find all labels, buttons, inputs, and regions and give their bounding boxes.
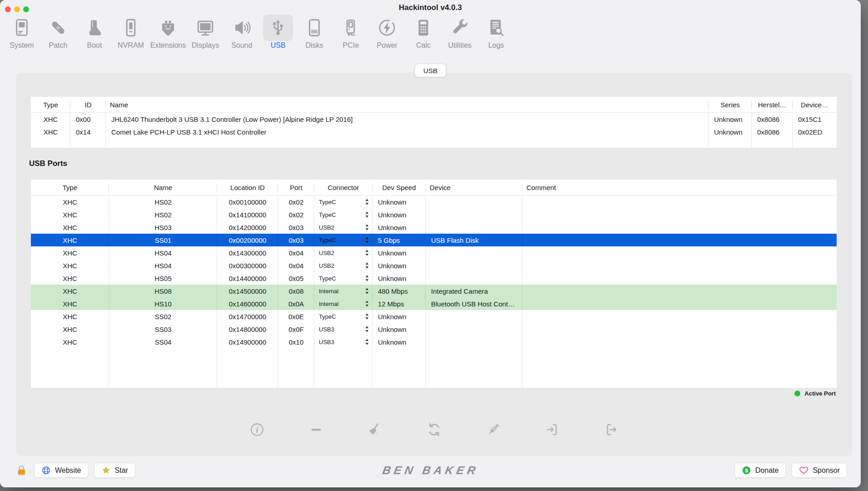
column-header[interactable]: Device…	[793, 97, 837, 112]
clean-button[interactable]	[367, 422, 383, 438]
toolbar-item-boot[interactable]: Boot	[76, 14, 113, 50]
table-cell: 0x02	[278, 208, 314, 221]
column-header[interactable]: Location ID	[217, 180, 278, 195]
footer-bar: Website Star BEN BAKER $ Donate Sponsor	[0, 456, 861, 487]
connector-popup[interactable]: USB2	[314, 246, 372, 259]
usb-port-row[interactable]: XHCHS100x146000000x0AInternal12 MbpsBlue…	[31, 297, 837, 310]
table-cell	[426, 336, 522, 348]
toolbar-item-label: Disks	[306, 41, 323, 50]
toolbar-item-power[interactable]: Power	[369, 14, 405, 50]
usb-port-row[interactable]: XHCHS020x141000000x02TypeCUnknown	[31, 208, 837, 221]
table-cell: 0x05	[278, 272, 314, 285]
connector-popup[interactable]: TypeC	[314, 208, 372, 221]
utilities-icon	[445, 15, 475, 41]
table-cell: 0x00200000	[217, 234, 278, 246]
column-header[interactable]: Name	[106, 97, 709, 112]
toolbar-item-logs[interactable]: Logs	[478, 14, 514, 50]
column-header[interactable]: Series	[709, 97, 752, 112]
heart-icon	[799, 466, 808, 475]
inject-button[interactable]	[485, 422, 501, 438]
usb-port-row[interactable]: XHCHS030x142000000x03USB2Unknown	[31, 221, 837, 234]
column-divider	[522, 195, 522, 388]
connector-popup[interactable]: Internal	[314, 285, 372, 297]
table-cell	[426, 195, 522, 208]
toolbar-item-pcie[interactable]: PCIe	[332, 14, 369, 50]
donate-button-label: Donate	[755, 466, 779, 475]
toolbar-item-extensions[interactable]: Extensions	[149, 14, 187, 50]
website-button[interactable]: Website	[34, 463, 89, 478]
column-header[interactable]: Device	[426, 180, 522, 195]
connector-popup[interactable]: USB2	[314, 259, 372, 272]
table-cell	[426, 208, 522, 221]
table-cell: XHC	[31, 310, 109, 323]
table-cell: 0x14600000	[217, 297, 278, 310]
table-cell: 0x02ED	[793, 125, 837, 138]
import-button[interactable]	[544, 422, 560, 438]
remove-button[interactable]	[308, 422, 324, 438]
usb-port-row[interactable]: XHCSS030x148000000x0FUSB3Unknown	[31, 323, 837, 336]
toolbar-item-nvram[interactable]: NVRAM	[113, 14, 149, 50]
controller-row[interactable]: XHC0x14Comet Lake PCH-LP USB 3.1 xHCI Ho…	[31, 125, 837, 138]
column-header[interactable]: Name	[109, 180, 217, 195]
column-header[interactable]: Type	[31, 180, 109, 195]
table-cell	[522, 208, 837, 221]
usb-port-row[interactable]: XHCSS020x147000000x0ETypeCUnknown	[31, 310, 837, 323]
usb-port-row[interactable]: XHCSS010x002000000x03TypeC5 GbpsUSB Flas…	[31, 234, 837, 246]
toolbar-item-label: Extensions	[150, 41, 186, 50]
donate-button[interactable]: $ Donate	[734, 463, 786, 478]
column-header[interactable]: Comment	[522, 180, 837, 195]
usb-port-row[interactable]: XHCHS040x143000000x04USB2Unknown	[31, 246, 837, 259]
connector-popup[interactable]: TypeC	[314, 234, 372, 246]
connector-popup[interactable]: TypeC	[314, 272, 372, 285]
table-cell: XHC	[31, 323, 109, 336]
column-header[interactable]: Dev Speed	[372, 180, 426, 195]
toolbar-item-usb[interactable]: USB	[260, 14, 296, 50]
column-header[interactable]: Connector	[314, 180, 372, 195]
connector-popup[interactable]: USB3	[314, 323, 372, 336]
column-header[interactable]: Herstel…	[752, 97, 793, 112]
toolbar-item-patch[interactable]: Patch	[40, 14, 76, 50]
table-cell: Bluetooth USB Host Cont…	[426, 297, 522, 310]
info-button[interactable]: i	[249, 422, 265, 438]
export-button[interactable]	[603, 422, 620, 438]
column-header[interactable]: Port	[278, 180, 314, 195]
titlebar[interactable]: Hackintool v4.0.3	[0, 0, 861, 15]
table-cell: 5 Gbps	[372, 234, 426, 246]
table-cell: XHC	[31, 297, 109, 310]
tab-usb[interactable]: USB	[414, 64, 446, 77]
connector-popup[interactable]: Internal	[314, 297, 372, 310]
table-cell: XHC	[31, 336, 109, 348]
table-cell: 0x14100000	[217, 208, 278, 221]
lock-icon[interactable]	[15, 464, 28, 476]
table-cell: 0x04	[278, 259, 314, 272]
table-cell: Unknown	[372, 323, 426, 336]
connector-popup[interactable]: TypeC	[314, 195, 372, 208]
toolbar-item-utilities[interactable]: Utilities	[441, 14, 478, 50]
toolbar-item-calc[interactable]: Calc	[405, 14, 441, 50]
globe-icon	[41, 466, 51, 475]
toolbar-item-system[interactable]: System	[4, 14, 40, 50]
usb-port-row[interactable]: XHCHS080x145000000x08Internal480 MbpsInt…	[31, 285, 837, 297]
star-button[interactable]: Star	[94, 463, 135, 478]
connector-popup[interactable]: TypeC	[314, 310, 372, 323]
ben-baker-logo: BEN BAKER	[381, 464, 480, 477]
column-header[interactable]: ID	[70, 97, 106, 112]
toolbar-item-displays[interactable]: Displays	[187, 14, 223, 50]
toolbar-item-sound[interactable]: Sound	[223, 14, 260, 50]
toolbar-item-label: System	[10, 41, 34, 50]
usb-port-row[interactable]: XHCHS050x144000000x05TypeCUnknown	[31, 272, 837, 285]
usb-port-row[interactable]: XHCHS040x003000000x04USB2Unknown	[31, 259, 837, 272]
connector-popup[interactable]: USB3	[314, 336, 372, 348]
column-header[interactable]: Type	[31, 97, 70, 112]
usb-port-row[interactable]: XHCSS040x149000000x10USB3Unknown	[31, 336, 837, 348]
toolbar-item-label: Patch	[49, 41, 68, 50]
sponsor-button[interactable]: Sponsor	[792, 463, 847, 478]
refresh-button[interactable]	[426, 422, 442, 438]
table-cell: 0x0A	[278, 297, 314, 310]
controller-row[interactable]: XHC0x00JHL6240 Thunderbolt 3 USB 3.1 Con…	[31, 113, 837, 125]
usb-port-row[interactable]: XHCHS020x001000000x02TypeCUnknown	[31, 195, 837, 208]
connector-popup[interactable]: USB2	[314, 221, 372, 234]
table-cell: 0x14900000	[217, 336, 278, 348]
toolbar-item-disks[interactable]: Disks	[296, 14, 332, 50]
table-cell: HS05	[109, 272, 217, 285]
